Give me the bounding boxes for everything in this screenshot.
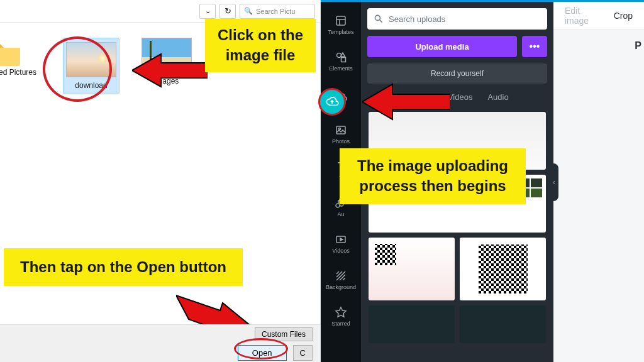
refresh-button[interactable]: ↻ <box>219 4 236 19</box>
background-icon <box>335 270 347 282</box>
file-filter-dropdown[interactable]: Custom Files <box>255 327 313 341</box>
address-dropdown[interactable]: ⌄ <box>199 4 216 19</box>
tab-audio[interactable]: Audio <box>487 92 508 102</box>
upload-tile[interactable] <box>369 305 455 343</box>
uploads-grid <box>367 111 547 356</box>
nav-label: Photos <box>332 138 350 145</box>
search-placeholder: Search uploads <box>389 14 445 24</box>
star-icon <box>335 306 347 319</box>
thumbnail-tropical <box>142 38 192 73</box>
file-download[interactable]: download <box>63 38 119 94</box>
nav-starred[interactable]: Starred <box>321 299 361 334</box>
nav-label: Videos <box>332 248 349 254</box>
nav-label: Templates <box>328 29 353 35</box>
canva-canvas[interactable] <box>553 30 644 362</box>
thumbnail-beach <box>66 42 116 77</box>
folder-label: ved Pictures <box>0 68 44 77</box>
search-input[interactable]: 🔍 Search Pictu <box>240 4 315 19</box>
cancel-button[interactable]: C <box>293 345 313 361</box>
svg-rect-5 <box>336 126 345 134</box>
folder-icon <box>0 38 23 68</box>
search-icon <box>374 14 384 24</box>
videos-icon <box>335 233 347 246</box>
upload-tile[interactable] <box>460 305 546 343</box>
nav-label: Starred <box>331 321 350 327</box>
file-explorer-pane: ⌄ ↻ 🔍 Search Pictu ved Pictures download… <box>0 0 321 362</box>
open-button[interactable]: Open <box>238 345 287 361</box>
nav-label: Background <box>326 284 356 290</box>
file-label: download <box>65 81 117 90</box>
cloud-upload-icon <box>325 95 339 109</box>
qr-icon <box>479 244 528 293</box>
annotation-uploading: The image uploading process then begins <box>340 148 526 204</box>
nav-label: Au <box>337 211 344 217</box>
nav-elements[interactable]: Elements <box>321 43 361 79</box>
search-icon: 🔍 <box>244 7 253 15</box>
canva-pane: Templates Elements Photos T T <box>321 0 644 362</box>
file-grid: ved Pictures download images <box>0 38 195 94</box>
search-uploads-input[interactable]: Search uploads <box>367 8 547 30</box>
uploads-tabs: Images Videos Audio <box>367 90 547 104</box>
svg-point-8 <box>375 15 380 20</box>
elements-icon <box>335 51 347 63</box>
tab-videos[interactable]: Videos <box>448 92 473 102</box>
truncated-label: P <box>635 40 641 52</box>
nav-background[interactable]: Background <box>321 262 361 297</box>
templates-icon <box>335 14 347 27</box>
upload-tile[interactable] <box>369 238 455 300</box>
file-images[interactable]: images <box>138 38 195 85</box>
photos-icon <box>335 124 347 136</box>
annotation-then-open: Then tap on the Open button <box>4 248 243 286</box>
upload-media-button[interactable]: Upload media <box>367 36 517 57</box>
upload-tile[interactable] <box>460 238 546 300</box>
nav-templates[interactable]: Templates <box>321 7 361 42</box>
search-placeholder: Search Pictu <box>256 8 295 15</box>
record-yourself-button[interactable]: Record yourself <box>367 63 547 84</box>
svg-rect-2 <box>336 16 345 25</box>
nav-label: Elements <box>329 65 353 72</box>
folder-saved-pictures[interactable]: ved Pictures <box>0 38 44 77</box>
upload-row: Upload media ••• <box>367 36 547 57</box>
file-label: images <box>138 77 195 85</box>
dialog-bottom-bar: Custom Files Open C <box>0 324 320 362</box>
qr-icon <box>375 244 396 265</box>
edit-image-button[interactable]: Edit image <box>565 6 597 26</box>
nav-videos[interactable]: Videos <box>321 226 361 261</box>
nav-photos[interactable]: Photos <box>321 116 361 151</box>
collapse-panel-button[interactable]: ‹ <box>550 163 558 201</box>
crop-button[interactable]: Crop <box>614 11 633 21</box>
upload-more-button[interactable]: ••• <box>522 36 547 57</box>
canva-top-toolbar: Edit image Crop <box>553 2 644 30</box>
annotation-circle-uploads <box>318 88 346 116</box>
annotation-click-image: Click on the image file <box>205 19 316 72</box>
svg-rect-4 <box>341 57 346 62</box>
